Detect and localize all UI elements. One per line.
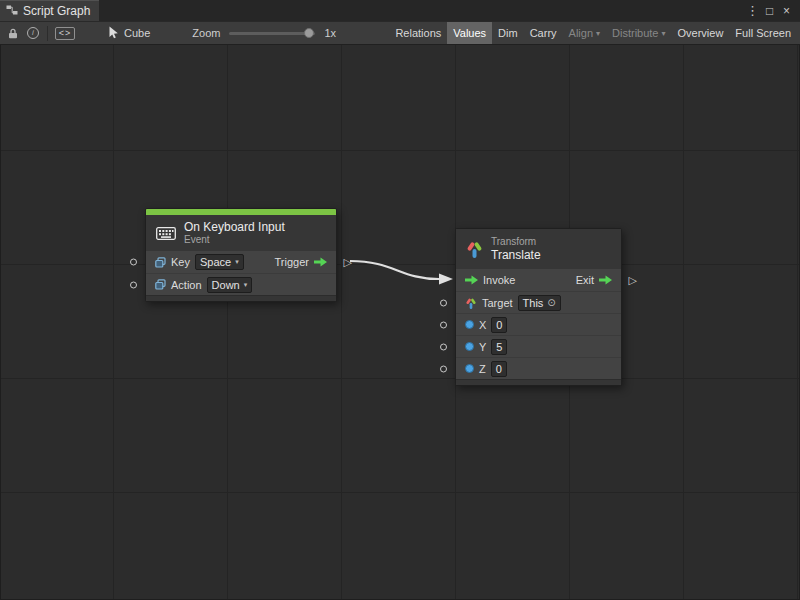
edit-script-icon[interactable]: <> — [52, 22, 78, 44]
float-port-icon — [465, 342, 474, 351]
trigger-output-port[interactable]: ▷ — [344, 257, 352, 268]
script-graph-window: Script Graph ⋮ □ × i <> Cube Zoom 1x — [0, 0, 800, 600]
z-input-port[interactable] — [440, 365, 447, 372]
action-input-port[interactable] — [130, 281, 137, 288]
target-input-port[interactable] — [440, 299, 447, 306]
z-row: Z 0 — [456, 357, 621, 379]
node-header[interactable]: Transform Translate — [456, 229, 621, 269]
graph-icon — [6, 4, 18, 19]
transform-type-icon — [465, 297, 477, 309]
carry-button[interactable]: Carry — [524, 22, 563, 44]
zoom-slider-knob[interactable] — [304, 28, 314, 38]
relations-button[interactable]: Relations — [389, 22, 447, 44]
target-row: Target This ⊙ — [456, 291, 621, 313]
graph-canvas[interactable]: On Keyboard Input Event Key Space ▾ — [0, 45, 800, 600]
x-input-port[interactable] — [440, 321, 447, 328]
y-field[interactable]: 5 — [491, 339, 507, 355]
node-title: On Keyboard Input — [184, 220, 285, 234]
y-label: Y — [479, 341, 486, 353]
zoom-label: Zoom — [192, 27, 220, 39]
node-on-keyboard-input[interactable]: On Keyboard Input Event Key Space ▾ — [145, 208, 337, 302]
action-label: Action — [171, 279, 202, 291]
invoke-label: Invoke — [483, 274, 515, 286]
node-subtitle: Event — [184, 234, 285, 246]
action-type-icon — [155, 279, 166, 290]
align-button[interactable]: Align ▾ — [563, 22, 606, 44]
float-port-icon — [465, 320, 474, 329]
node-header[interactable]: On Keyboard Input Event — [146, 215, 336, 251]
y-row: Y 5 — [456, 335, 621, 357]
node-translate[interactable]: Transform Translate Invoke Exit ▷ — [455, 228, 622, 386]
dim-button[interactable]: Dim — [492, 22, 524, 44]
toolbar-buttons: Relations Values Dim Carry Align ▾ Distr… — [389, 22, 797, 44]
target-field[interactable]: This ⊙ — [518, 295, 561, 311]
cursor-icon — [108, 26, 119, 41]
chevron-down-icon: ▾ — [662, 29, 666, 38]
key-input-port[interactable] — [130, 259, 137, 266]
full-screen-button[interactable]: Full Screen — [729, 22, 797, 44]
y-input-port[interactable] — [440, 343, 447, 350]
info-icon[interactable]: i — [23, 22, 43, 44]
chevron-down-icon: ▾ — [596, 29, 600, 38]
x-field[interactable]: 0 — [491, 317, 507, 333]
maximize-icon[interactable]: □ — [761, 4, 778, 18]
node-body: Invoke Exit ▷ — [456, 269, 621, 379]
lock-icon[interactable] — [3, 22, 23, 44]
invoke-row: Invoke Exit ▷ — [456, 269, 621, 291]
node-footer — [146, 295, 336, 301]
node-footer — [456, 379, 621, 385]
node-title: Translate — [491, 248, 541, 262]
tab-title: Script Graph — [23, 4, 90, 18]
transform-icon — [466, 240, 483, 258]
graph-context[interactable]: Cube — [108, 26, 150, 41]
tab-script-graph[interactable]: Script Graph — [0, 0, 99, 21]
chevron-down-icon: ▾ — [244, 281, 248, 289]
connection-wire — [0, 45, 800, 600]
window-menu-icon[interactable]: ⋮ — [744, 3, 761, 18]
target-label: Target — [482, 297, 513, 309]
flow-arrow-icon — [314, 257, 327, 267]
distribute-button[interactable]: Distribute ▾ — [606, 22, 671, 44]
object-picker-icon[interactable]: ⊙ — [547, 297, 555, 308]
node-body: Key Space ▾ Trigger ▷ — [146, 251, 336, 295]
key-label: Key — [171, 256, 190, 268]
z-label: Z — [479, 363, 486, 375]
action-dropdown[interactable]: Down ▾ — [207, 277, 253, 293]
zoom-slider[interactable] — [229, 32, 315, 35]
action-row: Action Down ▾ — [146, 273, 336, 295]
chevron-down-icon: ▾ — [235, 258, 239, 266]
flow-arrow-icon — [599, 275, 612, 285]
z-field[interactable]: 0 — [491, 361, 507, 377]
toolbar-separator — [47, 26, 48, 41]
key-dropdown[interactable]: Space ▾ — [195, 254, 244, 270]
key-type-icon — [155, 257, 166, 268]
keyboard-icon — [156, 227, 176, 240]
exit-label: Exit — [576, 274, 594, 286]
exit-output-port[interactable]: ▷ — [629, 275, 637, 286]
flow-arrow-icon — [465, 275, 478, 285]
zoom-value: 1x — [324, 27, 336, 39]
node-category: Transform — [491, 236, 541, 248]
values-button[interactable]: Values — [447, 22, 492, 44]
window-controls: ⋮ □ × — [744, 0, 800, 21]
close-icon[interactable]: × — [778, 4, 795, 18]
graph-owner-label: Cube — [124, 27, 150, 39]
float-port-icon — [465, 364, 474, 373]
key-row: Key Space ▾ Trigger ▷ — [146, 251, 336, 273]
trigger-label: Trigger — [275, 256, 309, 268]
overview-button[interactable]: Overview — [672, 22, 730, 44]
x-row: X 0 — [456, 313, 621, 335]
x-label: X — [479, 319, 486, 331]
titlebar: Script Graph ⋮ □ × — [0, 0, 800, 21]
graph-toolbar: i <> Cube Zoom 1x Relations Values Dim C… — [0, 21, 800, 45]
